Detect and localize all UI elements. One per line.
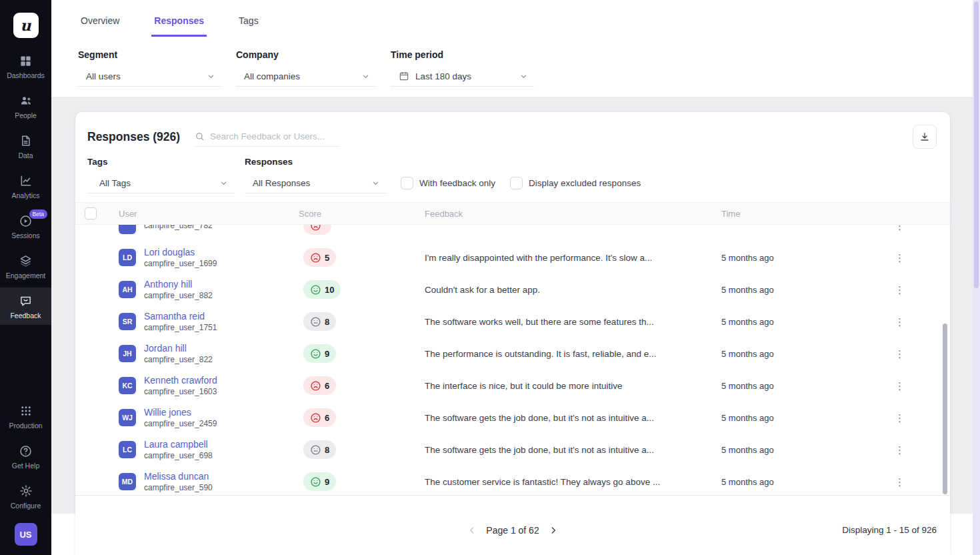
row-menu-button[interactable]: ⋮: [895, 477, 905, 487]
select-all-checkbox[interactable]: [85, 207, 97, 219]
with-feedback-only-checkbox[interactable]: [401, 177, 413, 189]
user-name-link[interactable]: Laura campbell: [144, 439, 213, 450]
sidebar-item-analytics[interactable]: Analytics: [0, 167, 51, 205]
time-period-label: Time period: [391, 49, 534, 60]
user-avatar: [119, 225, 136, 234]
chevron-down-icon: [372, 179, 379, 187]
sidebar-item-help[interactable]: Get Help: [0, 438, 51, 475]
main-area: OverviewResponsesTags Segment All users …: [51, 0, 980, 555]
window-scrollbar-thumb[interactable]: [974, 1, 979, 288]
tags-dropdown[interactable]: All Tags: [87, 173, 234, 193]
download-button[interactable]: [913, 125, 937, 149]
search-input[interactable]: [210, 131, 340, 141]
score-badge: 10: [303, 280, 341, 299]
user-avatar: LC: [119, 441, 136, 458]
tab-tags[interactable]: Tags: [236, 15, 261, 37]
sidebar-item-engagement[interactable]: Engagement: [0, 247, 51, 285]
user-handle: campfire_user_1603: [144, 387, 217, 396]
happy-face-icon: [310, 476, 321, 488]
user-name-link[interactable]: Lori douglas: [144, 247, 217, 257]
pagination: Page 1 of 62: [75, 520, 950, 540]
with-feedback-only-toggle[interactable]: With feedback only: [401, 173, 495, 193]
production-icon: [20, 404, 32, 418]
table-header: User Score Feedback Time: [75, 202, 950, 225]
neutral-face-icon: [310, 316, 321, 328]
sidebar-item-sessions[interactable]: SessionsBeta: [0, 207, 51, 245]
table-scrollbar-thumb[interactable]: [943, 324, 947, 494]
score-value: 6: [325, 381, 329, 391]
responses-panel: Responses (926) Tag: [75, 112, 950, 555]
sidebar-item-data[interactable]: Data: [0, 127, 51, 165]
row-menu-button[interactable]: ⋮: [895, 413, 905, 423]
engagement-icon: [19, 253, 33, 268]
user-name-link[interactable]: Kenneth crawford: [144, 375, 217, 386]
score-badge: 5: [303, 248, 336, 267]
previous-page-button[interactable]: [467, 525, 477, 536]
feedback-text: I'm really disappointed with the perform…: [415, 253, 721, 263]
column-header-user: User: [119, 209, 289, 219]
segment-dropdown[interactable]: All users: [78, 66, 221, 87]
table-row: KCKenneth crawfordcampfire_user_16036The…: [75, 370, 950, 402]
sidebar-item-label: Get Help: [12, 462, 39, 470]
display-excluded-toggle[interactable]: Display excluded responses: [510, 173, 641, 193]
panel-header: Responses (926): [75, 112, 950, 149]
row-menu-button[interactable]: ⋮: [895, 381, 905, 391]
app-logo[interactable]: u: [13, 13, 39, 38]
sidebar-item-production[interactable]: Production: [0, 398, 51, 435]
user-name-link[interactable]: Willie jones: [144, 407, 217, 418]
happy-face-icon: [310, 284, 321, 296]
tab-overview[interactable]: Overview: [78, 15, 122, 37]
score-value: 9: [325, 349, 329, 359]
display-excluded-checkbox[interactable]: [510, 177, 523, 189]
response-time: 5 months ago: [721, 253, 888, 263]
beta-badge: Beta: [29, 209, 48, 219]
user-account-avatar[interactable]: US: [15, 523, 37, 546]
sidebar-item-dashboards[interactable]: Dashboards: [0, 47, 51, 85]
user-avatar: JH: [119, 345, 136, 362]
search-icon: [195, 131, 205, 141]
sad-face-icon: [310, 252, 321, 263]
next-page-button[interactable]: [548, 525, 559, 536]
sad-face-icon: [310, 225, 321, 231]
company-dropdown[interactable]: All companies: [236, 66, 376, 87]
score-value: 9: [325, 477, 329, 487]
happy-face-icon: [310, 348, 321, 360]
page-indicator: Page 1 of 62: [486, 525, 539, 536]
row-menu-button[interactable]: ⋮: [895, 253, 905, 263]
row-menu-button[interactable]: ⋮: [895, 349, 905, 359]
segment-label: Segment: [78, 49, 221, 60]
window-scrollbar[interactable]: [973, 0, 980, 555]
sidebar-item-label: Feedback: [10, 312, 41, 320]
user-avatar: LD: [119, 249, 136, 266]
time-period-dropdown[interactable]: Last 180 days: [391, 66, 534, 87]
sidebar-item-configure[interactable]: Configure: [0, 478, 51, 515]
row-menu-button[interactable]: ⋮: [895, 225, 905, 231]
user-avatar: AH: [119, 281, 136, 298]
sad-face-icon: [310, 380, 321, 392]
user-name-link[interactable]: Melissa duncan: [144, 471, 213, 482]
responses-dropdown[interactable]: All Responses: [245, 173, 386, 193]
user-name-link[interactable]: Anthony hill: [144, 279, 213, 290]
user-name-link[interactable]: Jordan hill: [144, 343, 213, 354]
score-badge: 9: [303, 472, 336, 491]
sidebar-item-feedback[interactable]: Feedback: [0, 288, 51, 325]
help-icon: [19, 444, 33, 458]
row-menu-button[interactable]: ⋮: [895, 317, 905, 327]
row-menu-button[interactable]: ⋮: [895, 445, 905, 455]
user-handle: campfire_user_2459: [144, 419, 217, 428]
sidebar-nav-top: DashboardsPeopleDataAnalyticsSessionsBet…: [0, 45, 51, 325]
user-handle: campfire_user_882: [144, 291, 213, 300]
user-handle: campfire_user_590: [144, 483, 213, 492]
table-row: SRSamantha reidcampfire_user_17518The so…: [75, 306, 950, 338]
chevron-down-icon: [207, 73, 215, 80]
sidebar-item-label: Data: [18, 151, 33, 159]
feedback-text: The interface is nice, but it could be m…: [415, 381, 721, 391]
sidebar-item-label: Sessions: [11, 231, 40, 239]
score-value: 8: [325, 445, 329, 455]
feedback-text: The software gets the job done, but it's…: [415, 413, 721, 423]
row-menu-button[interactable]: ⋮: [895, 285, 905, 295]
tabs: OverviewResponsesTags: [78, 0, 980, 37]
sidebar-item-people[interactable]: People: [0, 87, 51, 125]
user-name-link[interactable]: Samantha reid: [144, 311, 217, 322]
tab-responses[interactable]: Responses: [151, 15, 207, 37]
